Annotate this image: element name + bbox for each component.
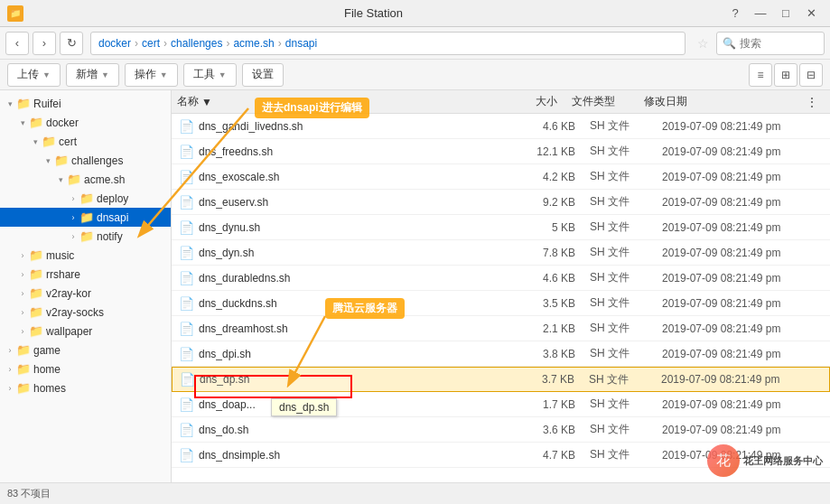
- nav-toolbar: ‹ › ↻ docker › cert › challenges › acme.…: [0, 27, 830, 60]
- folder-icon: 📁: [16, 362, 31, 376]
- sidebar-item-game[interactable]: › 📁 game: [0, 341, 171, 359]
- col-name-header[interactable]: 名称 ▼: [177, 94, 499, 109]
- sidebar-item-music[interactable]: › 📁 music: [0, 246, 171, 265]
- col-size-header[interactable]: 大小: [499, 94, 572, 109]
- table-row[interactable]: 📄 dns_duckdns.sh 3.5 KB SH 文件 2019-07-09…: [172, 291, 830, 316]
- detail-view-button[interactable]: ⊟: [799, 63, 823, 87]
- expand-arrow: ▾: [16, 118, 29, 127]
- file-size: 3.8 KB: [518, 348, 590, 360]
- new-button[interactable]: 新增 ▼: [66, 63, 119, 87]
- sidebar-item-home[interactable]: › 📁 home: [0, 359, 171, 378]
- expand-arrow: ▾: [42, 156, 54, 165]
- file-name: dns_do.sh: [199, 424, 518, 436]
- file-type: SH 文件: [590, 397, 662, 412]
- expand-arrow: ›: [16, 308, 29, 317]
- close-button[interactable]: ✕: [799, 4, 823, 23]
- file-date: 2019-07-09 08:21:49 pm: [662, 348, 825, 360]
- file-size: 5 KB: [518, 221, 590, 234]
- forward-button[interactable]: ›: [33, 32, 56, 55]
- operations-button[interactable]: 操作 ▼: [125, 63, 178, 87]
- file-name: dns_dpi.sh: [199, 348, 518, 360]
- tools-label: 工具: [193, 67, 215, 82]
- table-row[interactable]: 📄 dns_exoscale.sh 4.2 KB SH 文件 2019-07-0…: [172, 164, 830, 190]
- refresh-button[interactable]: ↻: [60, 32, 83, 55]
- sidebar-item-docker[interactable]: ▾ 📁 docker: [0, 113, 171, 132]
- folder-icon: 📁: [79, 191, 94, 205]
- table-row[interactable]: 📄 dns_gandi_livedns.sh 4.6 KB SH 文件 2019…: [172, 114, 830, 139]
- folder-icon: 📁: [29, 305, 43, 319]
- sidebar-item-dnsapi[interactable]: › 📁 dnsapi: [0, 208, 171, 227]
- table-row[interactable]: 📄 dns_freedns.sh 12.1 KB SH 文件 2019-07-0…: [172, 139, 830, 164]
- sidebar-item-challenges[interactable]: ▾ 📁 challenges: [0, 151, 171, 170]
- addr-acmesh[interactable]: acme.sh: [233, 37, 274, 50]
- file-date: 2019-07-09 08:21:49 pm: [662, 424, 825, 436]
- file-size: 1.7 KB: [518, 398, 590, 411]
- folder-icon: 📁: [29, 267, 43, 281]
- file-icon: 📄: [177, 448, 195, 462]
- file-type: SH 文件: [590, 245, 662, 260]
- table-row[interactable]: 📄 dns_euserv.sh 9.2 KB SH 文件 2019-07-09 …: [172, 190, 830, 215]
- window-title: File Station: [23, 6, 723, 20]
- grid-view-button[interactable]: ⊞: [774, 63, 797, 87]
- expand-arrow: ›: [4, 365, 16, 374]
- table-row[interactable]: 📄 dns_dreamhost.sh 2.1 KB SH 文件 2019-07-…: [172, 316, 830, 341]
- search-input[interactable]: [740, 37, 812, 50]
- sidebar-item-cert[interactable]: ▾ 📁 cert: [0, 132, 171, 151]
- sidebar-item-deploy[interactable]: › 📁 deploy: [0, 189, 171, 208]
- sidebar-item-homes[interactable]: › 📁 homes: [0, 378, 171, 397]
- sidebar-item-wallpaper[interactable]: › 📁 wallpaper: [0, 322, 171, 341]
- sidebar-item-ruifei[interactable]: ▾ 📁 Ruifei: [0, 94, 171, 113]
- table-row[interactable]: 📄 dns_dpi.sh 3.8 KB SH 文件 2019-07-09 08:…: [172, 341, 830, 367]
- help-button[interactable]: ?: [723, 4, 747, 23]
- col-type-header[interactable]: 文件类型: [572, 94, 644, 109]
- file-type: SH 文件: [590, 194, 662, 210]
- file-name: dns_dynu.sh: [199, 221, 518, 234]
- addr-cert[interactable]: cert: [142, 37, 160, 50]
- list-view-button[interactable]: ≡: [749, 63, 772, 87]
- favorite-button[interactable]: ☆: [693, 33, 713, 53]
- operations-label: 操作: [135, 67, 156, 82]
- table-row[interactable]: 📄 dns_dyn.sh 7.8 KB SH 文件 2019-07-09 08:…: [172, 240, 830, 266]
- file-icon: 📄: [177, 271, 195, 285]
- file-icon: 📄: [177, 246, 195, 260]
- file-name: dns_durabledns.sh: [199, 272, 518, 285]
- table-row[interactable]: 📄 dns_dp.sh 3.7 KB SH 文件 2019-07-09 08:2…: [172, 367, 830, 392]
- col-more[interactable]: ⋮: [807, 96, 825, 108]
- sidebar-item-label: deploy: [97, 192, 128, 205]
- titlebar-left: 📁: [7, 5, 23, 22]
- status-count: 83 不项目: [7, 487, 51, 500]
- sidebar-item-label: challenges: [71, 154, 123, 167]
- sidebar-item-notify[interactable]: › 📁 notify: [0, 227, 171, 246]
- file-size: 7.8 KB: [518, 247, 590, 259]
- sidebar-item-acmesh[interactable]: ▾ 📁 acme.sh: [0, 170, 171, 189]
- sidebar-item-label: acme.sh: [84, 173, 125, 186]
- file-icon: 📄: [177, 423, 195, 437]
- col-date-header[interactable]: 修改日期: [644, 94, 807, 109]
- settings-button[interactable]: 设置: [242, 63, 284, 87]
- window-controls: ? — □ ✕: [723, 4, 823, 23]
- file-date: 2019-07-09 08:21:49 pm: [662, 322, 825, 335]
- file-date: 2019-07-09 08:21:49 pm: [662, 145, 825, 158]
- addr-challenges[interactable]: challenges: [171, 37, 222, 50]
- file-date: 2019-07-09 08:21:49 pm: [662, 272, 825, 285]
- upload-button[interactable]: 上传 ▼: [7, 63, 61, 87]
- address-bar[interactable]: docker › cert › challenges › acme.sh › d…: [90, 32, 685, 55]
- sidebar-item-label: music: [46, 249, 74, 262]
- addr-docker[interactable]: docker: [98, 37, 131, 50]
- file-date: 2019-07-09 08:21:49 pm: [661, 373, 824, 386]
- sidebar-item-v2ray-kor[interactable]: › 📁 v2ray-kor: [0, 284, 171, 303]
- file-icon: 📄: [178, 372, 196, 387]
- table-row[interactable]: 📄 dns_durabledns.sh 4.6 KB SH 文件 2019-07…: [172, 266, 830, 291]
- minimize-button[interactable]: —: [749, 4, 772, 23]
- maximize-button[interactable]: □: [774, 4, 797, 23]
- addr-dnsapi[interactable]: dnsapi: [285, 37, 317, 50]
- table-row[interactable]: 📄 dns_dynu.sh 5 KB SH 文件 2019-07-09 08:2…: [172, 215, 830, 240]
- tools-button[interactable]: 工具 ▼: [183, 63, 237, 87]
- file-date: 2019-07-09 08:21:49 pm: [662, 196, 825, 209]
- file-size: 3.7 KB: [517, 373, 589, 386]
- sidebar-item-rrshare[interactable]: › 📁 rrshare: [0, 265, 171, 284]
- sidebar-item-v2ray-socks[interactable]: › 📁 v2ray-socks: [0, 303, 171, 322]
- file-type: SH 文件: [590, 219, 662, 235]
- table-row[interactable]: 📄 dns_do.sh 3.6 KB SH 文件 2019-07-09 08:2…: [172, 417, 830, 443]
- back-button[interactable]: ‹: [5, 32, 29, 55]
